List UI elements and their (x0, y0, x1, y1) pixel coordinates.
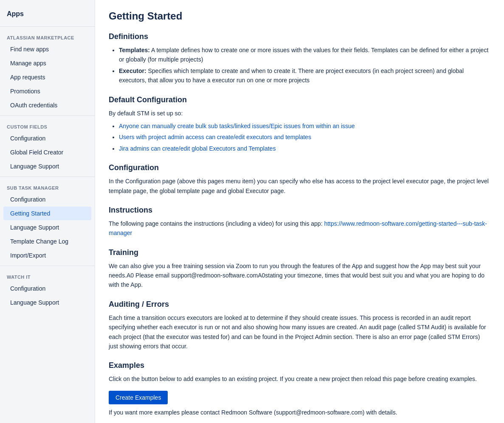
bulk-create-link[interactable]: Anyone can manually create bulk sub task… (119, 123, 355, 129)
project-admin-link[interactable]: Users with project admin access can crea… (119, 134, 311, 140)
sidebar-item-stm-language-support[interactable]: Language Support (3, 221, 91, 234)
sidebar-item-cf-language-support[interactable]: Language Support (3, 160, 91, 173)
examples-title: Examples (109, 361, 490, 370)
examples-text-before: Click on the button below to add example… (109, 374, 490, 384)
sidebar-item-find-new-apps[interactable]: Find new apps (3, 42, 91, 56)
instructions-text-before: The following page contains the instruct… (109, 220, 324, 227)
sidebar-item-wi-language-support[interactable]: Language Support (3, 296, 91, 309)
default-config-item-3: Jira admins can create/edit global Execu… (119, 144, 490, 153)
create-examples-button[interactable]: Create Examples (109, 391, 168, 404)
default-config-item-1: Anyone can manually create bulk sub task… (119, 121, 490, 131)
sidebar-section-title: WATCH IT (0, 269, 95, 281)
sidebar-divider (0, 115, 95, 116)
examples-text-after: If you want more examples please contact… (109, 408, 490, 417)
instructions-title: Instructions (109, 206, 490, 215)
training-text: We can also give you a free training ses… (109, 261, 490, 290)
auditing-title: Auditing / Errors (109, 300, 490, 309)
instructions-text: The following page contains the instruct… (109, 219, 490, 238)
sidebar-item-manage-apps[interactable]: Manage apps (3, 56, 91, 70)
executor-label: Executor: (119, 67, 146, 74)
sidebar-divider (0, 266, 95, 266)
training-title: Training (109, 248, 490, 257)
sidebar-item-import-export[interactable]: Import/Export (3, 249, 91, 262)
jira-admin-link[interactable]: Jira admins can create/edit global Execu… (119, 145, 276, 152)
sidebar-section-title: SUB TASK MANAGER (0, 180, 95, 192)
templates-text: A template defines how to create one or … (119, 47, 488, 63)
default-config-title: Default Configuration (109, 95, 490, 104)
sidebar-item-template-change-log[interactable]: Template Change Log (3, 235, 91, 248)
sidebar-item-promotions[interactable]: Promotions (3, 84, 91, 98)
auditing-text: Each time a transition occurs executors … (109, 313, 490, 351)
executor-text: Specifies which template to create and w… (119, 67, 464, 84)
sidebar-item-global-field-creator[interactable]: Global Field Creator (3, 146, 91, 159)
sidebar: Apps ATLASSIAN MARKETPLACEFind new appsM… (0, 0, 95, 423)
default-config-list: Anyone can manually create bulk sub task… (119, 121, 490, 153)
templates-label: Templates: (119, 47, 150, 53)
definitions-list: Templates: A template defines how to cre… (119, 45, 490, 85)
main-content: Getting Started Definitions Templates: A… (95, 0, 504, 423)
default-config-item-2: Users with project admin access can crea… (119, 132, 490, 142)
sidebar-item-wi-configuration[interactable]: Configuration (3, 282, 91, 295)
sidebar-top-title: Apps (0, 7, 95, 23)
configuration-title: Configuration (109, 163, 490, 172)
sidebar-section-title: ATLASSIAN MARKETPLACE (0, 30, 95, 42)
sidebar-item-app-requests[interactable]: App requests (3, 70, 91, 84)
definitions-title: Definitions (109, 32, 490, 41)
default-config-intro: By default STM is set up so: (109, 109, 490, 118)
page-title: Getting Started (109, 10, 490, 22)
sidebar-item-getting-started[interactable]: Getting Started (3, 207, 91, 220)
sidebar-divider (0, 26, 95, 27)
sidebar-item-oauth-credentials[interactable]: OAuth credentials (3, 98, 91, 112)
sidebar-section-title: CUSTOM FIELDS (0, 119, 95, 131)
sidebar-divider (0, 176, 95, 177)
sidebar-item-stm-configuration[interactable]: Configuration (3, 193, 91, 206)
sidebar-item-cf-configuration[interactable]: Configuration (3, 132, 91, 145)
executor-definition: Executor: Specifies which template to cr… (119, 66, 490, 85)
configuration-text: In the Configuration page (above this pa… (109, 176, 490, 196)
templates-definition: Templates: A template defines how to cre… (119, 45, 490, 64)
